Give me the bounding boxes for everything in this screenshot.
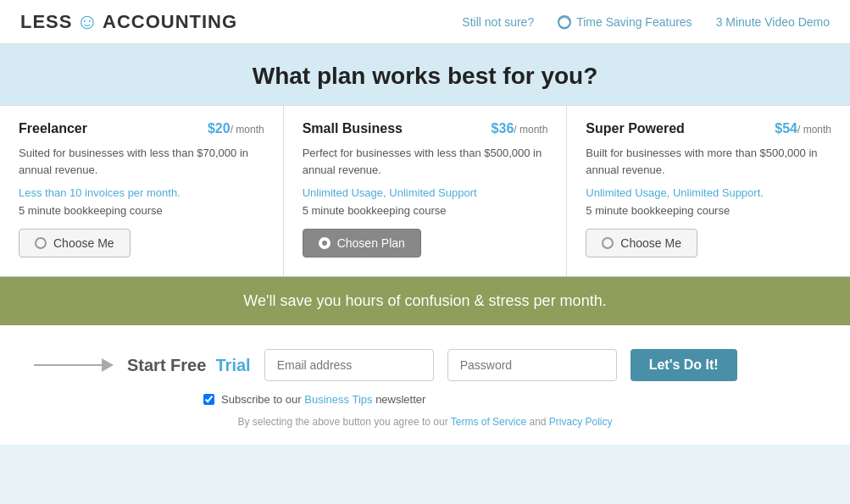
nav-time-saving-label: Time Saving Features (576, 15, 692, 29)
terms-of-service-link[interactable]: Terms of Service (451, 416, 526, 428)
terms-prefix: By selecting the above button you agree … (237, 416, 447, 428)
arrow-container (34, 358, 114, 372)
signup-section: Start Free Trial Let's Do It! Subscribe … (0, 325, 850, 445)
plan-small-business: Small Business $36/ month Perfect for bu… (284, 106, 568, 276)
plan-freelancer-extra: 5 minute bookkeeping course (19, 204, 264, 217)
logo: LESS ☺ ACCOUNTING (20, 8, 237, 35)
savings-banner-text: We'll save you hours of confusion & stre… (243, 292, 606, 309)
plan-freelancer-desc: Suited for businesses with less than $70… (19, 145, 264, 178)
plan-freelancer-name: Freelancer (19, 121, 87, 136)
terms-row: By selecting the above button you agree … (34, 416, 816, 428)
lets-do-it-button[interactable]: Let's Do It! (631, 349, 737, 381)
plan-small-business-price: $36/ month (492, 121, 548, 136)
start-free-trial-label: Start Free Trial (127, 356, 251, 375)
plan-small-business-header: Small Business $36/ month (303, 121, 548, 136)
plan-super-powered-header: Super Powered $54/ month (586, 121, 831, 136)
plan-freelancer-button-label: Choose Me (53, 236, 114, 250)
nav-still-not-sure[interactable]: Still not sure? (462, 15, 534, 29)
plans-section: Freelancer $20/ month Suited for busines… (0, 105, 850, 277)
radio-circle-freelancer (35, 237, 47, 249)
plan-super-powered: Super Powered $54/ month Built for busin… (567, 106, 850, 276)
radio-circle-super-powered (602, 237, 614, 249)
nav-video-demo[interactable]: 3 Minute Video Demo (716, 15, 830, 29)
savings-banner: We'll save you hours of confusion & stre… (0, 277, 850, 325)
hero-heading: What plan works best for you? (0, 63, 850, 90)
plan-freelancer-header: Freelancer $20/ month (19, 121, 264, 136)
subscribe-checkbox[interactable] (203, 394, 214, 405)
plan-small-business-button-label: Chosen Plan (337, 236, 405, 250)
password-input[interactable] (447, 349, 617, 381)
plan-small-business-choose-button[interactable]: Chosen Plan (303, 229, 421, 258)
logo-icon: ☺ (75, 8, 99, 35)
plan-freelancer-feature: Less than 10 invoices per month. (19, 186, 264, 199)
terms-and: and (529, 416, 546, 428)
plan-super-powered-button-label: Choose Me (620, 236, 681, 250)
nav-time-saving-link[interactable]: ◯ Time Saving Features (558, 15, 692, 29)
plan-super-powered-extra: 5 minute bookkeeping course (586, 204, 831, 217)
plan-freelancer: Freelancer $20/ month Suited for busines… (0, 106, 284, 276)
subscribe-label: Subscribe to our Business Tips newslette… (221, 393, 425, 406)
plan-super-powered-desc: Built for businesses with more than $500… (586, 145, 831, 178)
logo-text-accounting: ACCOUNTING (103, 11, 237, 33)
plan-small-business-desc: Perfect for businesses with less than $5… (303, 145, 548, 178)
plan-freelancer-choose-button[interactable]: Choose Me (19, 229, 131, 258)
email-input[interactable] (264, 349, 434, 381)
arrow-line (34, 364, 102, 366)
hero-section: What plan works best for you? (0, 44, 850, 105)
plan-small-business-feature: Unlimited Usage, Unlimited Support (303, 186, 548, 199)
plan-super-powered-choose-button[interactable]: Choose Me (586, 229, 697, 258)
start-free-label: Start Free (127, 356, 206, 374)
arrow-head (102, 358, 114, 372)
radio-circle-small-business (319, 237, 331, 249)
plan-small-business-extra: 5 minute bookkeeping course (303, 204, 548, 217)
trial-label: Trial (216, 356, 251, 374)
subscribe-row: Subscribe to our Business Tips newslette… (34, 393, 816, 406)
signup-row: Start Free Trial Let's Do It! (34, 349, 816, 381)
plan-freelancer-price: $20/ month (208, 121, 264, 136)
privacy-policy-link[interactable]: Privacy Policy (549, 416, 613, 428)
plan-super-powered-name: Super Powered (586, 121, 684, 136)
plan-super-powered-feature: Unlimited Usage, Unlimited Support. (586, 186, 831, 199)
header-nav: Still not sure? ◯ Time Saving Features 3… (462, 15, 830, 29)
plan-super-powered-price: $54/ month (775, 121, 831, 136)
clock-icon: ◯ (558, 15, 571, 29)
header: LESS ☺ ACCOUNTING Still not sure? ◯ Time… (0, 0, 850, 44)
plan-small-business-name: Small Business (303, 121, 403, 136)
logo-text-less: LESS (20, 11, 72, 33)
subscribe-link[interactable]: Business Tips (304, 393, 372, 406)
